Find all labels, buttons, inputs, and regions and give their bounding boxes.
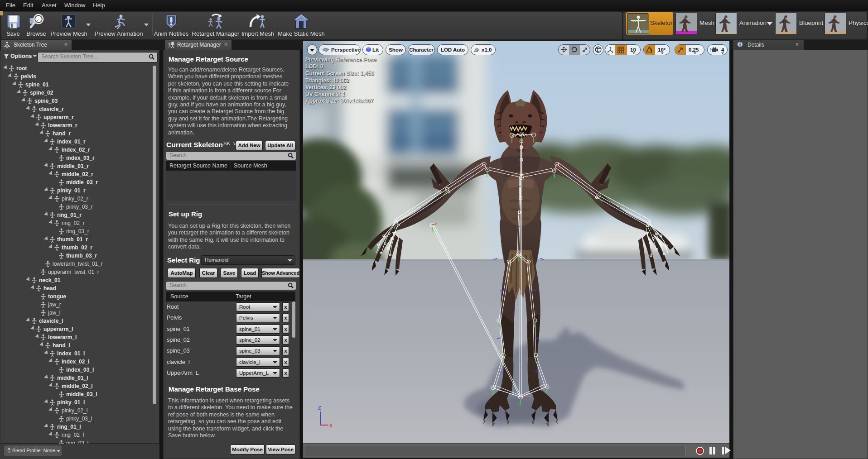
svg-text:X: X <box>329 423 333 428</box>
svg-text:Z: Z <box>318 405 321 411</box>
